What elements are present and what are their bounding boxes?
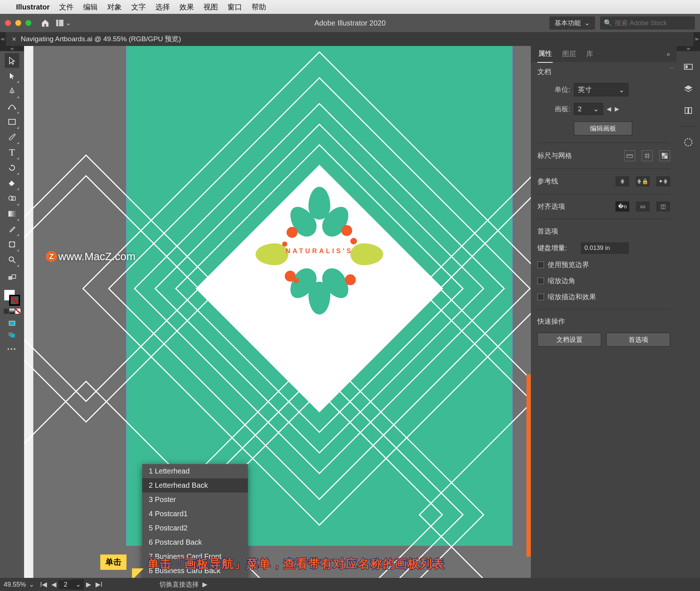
paintbrush-tool[interactable]: [5, 130, 19, 144]
status-tool-hint: 切换直接选择: [159, 580, 199, 589]
menu-object[interactable]: 对象: [107, 2, 122, 12]
first-artboard-button[interactable]: I◀: [38, 580, 49, 588]
svg-rect-22: [685, 65, 688, 68]
svg-rect-16: [11, 334, 15, 337]
preview-bounds-checkbox[interactable]: [537, 262, 544, 268]
menu-view[interactable]: 视图: [203, 2, 218, 12]
color-mode-none[interactable]: [15, 309, 20, 314]
panel-collapse-handle[interactable]: ≫: [693, 32, 700, 46]
zoom-tool[interactable]: [5, 252, 19, 267]
toolbar-grip[interactable]: ≪: [0, 46, 24, 51]
keyboard-inc-input[interactable]: [581, 243, 629, 254]
color-mode-gradient[interactable]: [9, 309, 15, 314]
transparency-grid-icon[interactable]: [659, 150, 670, 161]
artboard-nav-item[interactable]: 4 Postcard1: [142, 507, 248, 521]
align-selection-icon[interactable]: ◫: [656, 201, 670, 212]
menu-window[interactable]: 窗口: [228, 2, 242, 12]
artboard-prev-button[interactable]: ◀: [607, 105, 611, 112]
app-menu[interactable]: Illustrator: [16, 3, 50, 11]
appearance-dock-icon[interactable]: [682, 136, 695, 148]
units-dropdown[interactable]: 英寸 ⌄: [574, 83, 629, 96]
scale-strokes-checkbox[interactable]: [537, 294, 544, 300]
direct-selection-tool[interactable]: [5, 69, 19, 83]
panel-collapse-icon[interactable]: ︿: [670, 64, 674, 71]
rectangle-tool[interactable]: [5, 115, 19, 129]
arrange-documents-button[interactable]: ⌄: [56, 19, 71, 27]
svg-rect-24: [689, 108, 692, 113]
tab-libraries[interactable]: 库: [586, 46, 594, 62]
menu-select[interactable]: 选择: [155, 2, 170, 12]
artboard-dropdown[interactable]: 2 ⌄: [574, 103, 603, 115]
next-artboard-button[interactable]: ▶: [84, 580, 93, 588]
artboard-navigation-dropdown[interactable]: ⌄: [73, 579, 84, 590]
menu-type[interactable]: 文字: [131, 2, 146, 12]
menu-file[interactable]: 文件: [59, 2, 74, 12]
type-tool[interactable]: T: [5, 145, 19, 160]
grid-icon[interactable]: [642, 150, 653, 161]
svg-rect-14: [9, 321, 15, 325]
document-setup-button[interactable]: 文档设置: [537, 333, 601, 347]
properties-dock-icon[interactable]: [682, 61, 695, 73]
search-stock-input[interactable]: 🔍 搜索 Adobe Stock: [600, 16, 695, 30]
panel-dock: ≫: [677, 46, 700, 578]
svg-point-3: [8, 108, 9, 109]
panel-expand-icon[interactable]: »: [666, 50, 670, 58]
selection-tool[interactable]: [5, 53, 19, 68]
toggle-fill-stroke[interactable]: [5, 270, 19, 285]
dock-grip[interactable]: ≫: [677, 46, 700, 51]
color-mode-solid[interactable]: [4, 309, 9, 314]
ruler-icon[interactable]: [624, 150, 635, 161]
align-artboard-icon[interactable]: ▭: [636, 201, 650, 212]
chevron-down-icon[interactable]: ⌄: [29, 580, 34, 588]
edit-toolbar-button[interactable]: •••: [7, 346, 17, 352]
window-minimize-button[interactable]: [15, 20, 21, 26]
rotate-tool[interactable]: [5, 161, 19, 175]
stroke-swatch[interactable]: [9, 295, 20, 306]
artboard-tool[interactable]: [5, 237, 19, 252]
fill-stroke-indicator[interactable]: [4, 290, 20, 306]
keyboard-inc-label: 键盘增量:: [537, 243, 578, 253]
libraries-dock-icon[interactable]: [682, 104, 695, 117]
toolbar-collapse-handle[interactable]: ≪: [0, 32, 6, 46]
artboard-nav-item[interactable]: 6 Postcard Back: [142, 535, 248, 549]
artboard-next-button[interactable]: ▶: [615, 105, 619, 112]
scale-corners-checkbox[interactable]: [537, 278, 544, 284]
svg-point-25: [685, 139, 692, 146]
curvature-tool[interactable]: [5, 99, 19, 114]
workspace-dropdown[interactable]: 基本功能 ⌄: [549, 16, 595, 30]
home-icon[interactable]: [41, 19, 50, 27]
draw-behind[interactable]: [5, 330, 19, 340]
gradient-tool[interactable]: [5, 206, 19, 221]
artboard-nav-item[interactable]: 3 Poster: [142, 492, 248, 507]
shape-builder-tool[interactable]: [5, 191, 19, 206]
tab-layers[interactable]: 图层: [561, 46, 577, 62]
align-key-object-icon[interactable]: �סּ: [615, 201, 629, 212]
eyedropper-tool[interactable]: [5, 222, 19, 236]
document-tab[interactable]: ✕ Navigating Artboards.ai @ 49.55% (RGB/…: [6, 32, 187, 46]
tab-properties[interactable]: 属性: [537, 45, 553, 63]
guides-visibility-icon[interactable]: ⋕: [615, 176, 629, 186]
canvas[interactable]: NATURALIS'S Zwww.MacZ.com: [24, 46, 531, 578]
artboard-nav-item[interactable]: 5 Postcard2: [142, 521, 248, 535]
smart-guides-icon[interactable]: ✦⋕: [656, 176, 670, 186]
layers-dock-icon[interactable]: [682, 82, 695, 95]
pen-tool[interactable]: [5, 84, 19, 98]
edit-artboards-button[interactable]: 编辑画板: [574, 121, 632, 135]
menu-edit[interactable]: 编辑: [83, 2, 98, 12]
guides-lock-icon[interactable]: ⋕🔒: [636, 176, 650, 186]
window-maximize-button[interactable]: [26, 20, 31, 26]
status-hint-next[interactable]: ▶: [202, 580, 207, 588]
prev-artboard-button[interactable]: ◀: [49, 580, 59, 588]
menu-help[interactable]: 帮助: [252, 2, 266, 12]
zoom-level[interactable]: 49.55%: [4, 581, 26, 588]
menu-effect[interactable]: 效果: [179, 2, 194, 12]
artboard-number-field[interactable]: 2: [59, 580, 73, 589]
preferences-button[interactable]: 首选项: [606, 333, 670, 347]
eraser-tool[interactable]: [5, 176, 19, 190]
window-close-button[interactable]: [5, 20, 11, 26]
last-artboard-button[interactable]: ▶I: [93, 580, 105, 588]
artboard-nav-item[interactable]: 1 Letterhead: [142, 464, 248, 478]
draw-normal[interactable]: [5, 318, 19, 328]
close-icon[interactable]: ✕: [12, 36, 16, 43]
artboard-nav-item[interactable]: 2 Letterhead Back: [142, 478, 248, 492]
